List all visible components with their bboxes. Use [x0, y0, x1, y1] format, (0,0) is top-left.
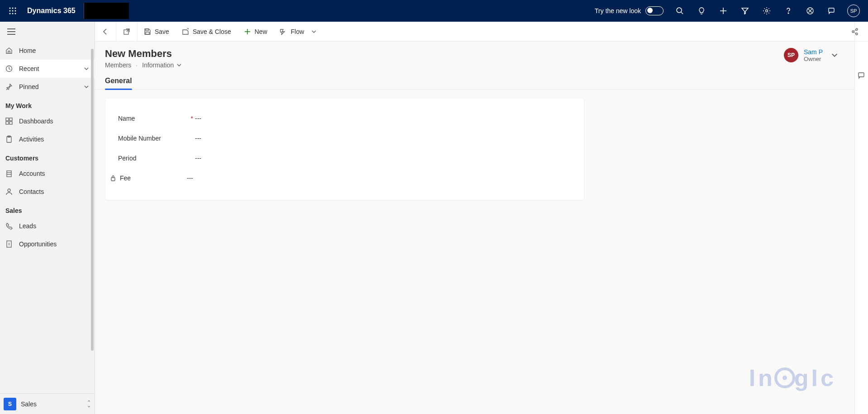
svg-point-42 [852, 31, 854, 33]
command-bar: Save Save & Close New Flow [95, 22, 868, 42]
sidebar-item-leads[interactable]: Leads [0, 217, 95, 235]
svg-point-15 [766, 10, 768, 12]
svg-point-6 [9, 13, 11, 14]
breadcrumb: Members · Information [105, 61, 844, 69]
sidebar-footer-app[interactable]: S Sales ⌃⌄ [0, 393, 95, 414]
clipboard-icon [5, 136, 13, 143]
sidebar-item-pinned[interactable]: Pinned [0, 78, 95, 96]
redacted-area [84, 3, 129, 19]
svg-point-8 [15, 13, 16, 14]
sidebar-item-label: Activities [19, 136, 44, 143]
field-label: Fee [120, 174, 131, 182]
sidebar-group-sales: Sales [0, 201, 95, 217]
back-button[interactable] [95, 22, 116, 42]
tab-general[interactable]: General [105, 77, 132, 89]
sidebar-item-label: Contacts [19, 188, 44, 195]
svg-rect-47 [111, 178, 115, 181]
sidebar-item-label: Recent [19, 65, 39, 72]
svg-rect-48 [859, 73, 864, 77]
clock-icon [5, 65, 13, 72]
try-new-look[interactable]: Try the new look [595, 6, 669, 15]
owner-role: Owner [804, 56, 823, 62]
save-close-icon [182, 28, 189, 35]
sidebar-item-label: Dashboards [19, 118, 53, 125]
link-icon[interactable] [799, 0, 821, 22]
lock-icon [110, 175, 116, 181]
svg-rect-18 [829, 8, 834, 12]
field-name[interactable]: Name * --- [118, 108, 571, 128]
search-icon[interactable] [669, 0, 691, 22]
user-avatar[interactable]: SP [843, 0, 864, 22]
plus-icon[interactable] [712, 0, 734, 22]
svg-point-32 [8, 189, 10, 192]
new-button[interactable]: New [237, 22, 274, 42]
sidebar-item-label: Home [19, 47, 36, 54]
sidebar-item-label: Pinned [19, 83, 39, 90]
building-icon [5, 170, 13, 177]
form-header: New Members Members · Information SP Sam… [95, 42, 854, 69]
svg-marker-41 [280, 29, 285, 35]
user-initials: SP [847, 5, 860, 17]
sidebar-item-activities[interactable]: Activities [0, 130, 95, 148]
field-label: Name [118, 115, 135, 122]
required-mark: * [191, 115, 193, 122]
field-value: --- [195, 135, 201, 142]
sidebar-item-dashboards[interactable]: Dashboards [0, 112, 95, 130]
chevron-updown-icon: ⌃⌄ [87, 401, 91, 407]
app-tile: S [4, 398, 16, 410]
flow-button[interactable]: Flow [274, 22, 323, 42]
main: Save Save & Close New Flow [95, 22, 868, 414]
hamburger-icon[interactable] [0, 22, 95, 42]
save-close-button[interactable]: Save & Close [175, 22, 237, 42]
sidebar-item-home[interactable]: Home [0, 42, 95, 60]
chat-rail-icon[interactable] [858, 71, 866, 80]
svg-rect-38 [146, 32, 149, 34]
filter-icon[interactable] [734, 0, 756, 22]
field-value: --- [187, 174, 193, 182]
svg-point-0 [9, 8, 11, 9]
sidebar-item-contacts[interactable]: Contacts [0, 183, 95, 201]
lightbulb-icon[interactable] [691, 0, 712, 22]
svg-marker-14 [742, 8, 748, 14]
field-mobile[interactable]: Mobile Number --- [118, 128, 571, 148]
help-icon[interactable] [778, 0, 799, 22]
sidebar-item-recent[interactable]: Recent [0, 60, 95, 78]
phone-icon [5, 222, 13, 230]
try-new-look-toggle[interactable] [645, 6, 664, 15]
plus-icon [244, 28, 251, 35]
sidebar-group-mywork: My Work [0, 96, 95, 112]
svg-rect-25 [6, 122, 9, 124]
sidebar-item-label: Opportunities [19, 240, 57, 248]
chat-icon[interactable] [821, 0, 843, 22]
svg-point-4 [12, 10, 14, 12]
open-new-window-button[interactable] [116, 22, 138, 42]
sidebar-item-label: Leads [19, 222, 36, 230]
svg-line-10 [681, 12, 683, 14]
form-tabs: General [95, 77, 854, 90]
svg-point-3 [9, 10, 11, 12]
svg-rect-26 [9, 122, 12, 124]
svg-line-36 [127, 29, 129, 32]
gear-icon[interactable] [756, 0, 778, 22]
field-period[interactable]: Period --- [118, 148, 571, 168]
form-selector[interactable]: Information [142, 61, 182, 69]
brand-title[interactable]: Dynamics 365 [22, 7, 81, 15]
owner-box[interactable]: SP Sam P Owner [784, 48, 823, 62]
header-chevron[interactable] [831, 52, 838, 59]
sidebar-item-accounts[interactable]: Accounts [0, 165, 95, 183]
owner-avatar: SP [784, 48, 798, 62]
chevron-down-icon [831, 52, 838, 59]
svg-rect-29 [7, 171, 11, 177]
save-button[interactable]: Save [138, 22, 175, 42]
svg-point-1 [12, 8, 14, 9]
field-value: --- [195, 115, 201, 122]
person-icon [5, 188, 13, 195]
watermark: IngIc [749, 364, 836, 391]
svg-rect-37 [146, 29, 148, 31]
chevron-down-icon [84, 66, 89, 71]
app-launcher-icon[interactable] [4, 0, 22, 22]
svg-point-16 [788, 13, 789, 14]
sidebar-item-opportunities[interactable]: Opportunities [0, 235, 95, 253]
scrollbar[interactable] [91, 49, 94, 351]
field-label: Mobile Number [118, 135, 161, 142]
